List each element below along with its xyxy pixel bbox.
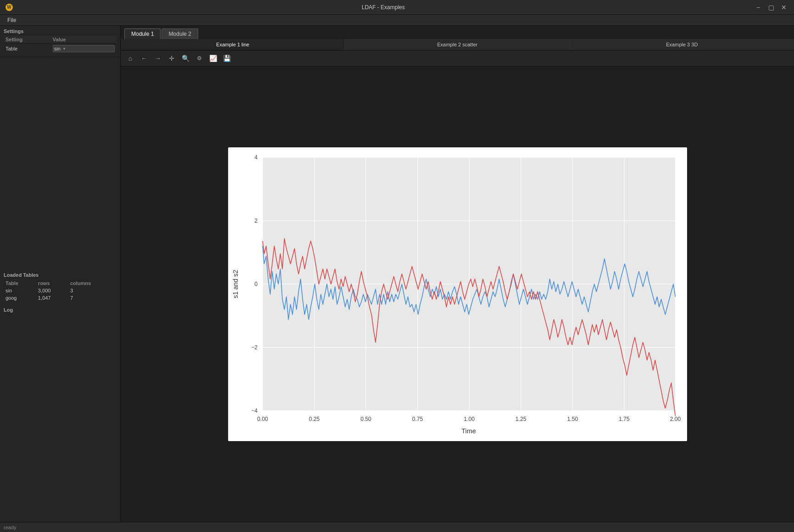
tab-module1[interactable]: Module 1 bbox=[124, 28, 161, 39]
forward-button[interactable]: → bbox=[152, 52, 164, 64]
tab-module2[interactable]: Module 2 bbox=[162, 28, 198, 39]
main-layout: Settings Setting Value Table sin ▼ bbox=[0, 26, 794, 522]
svg-text:2: 2 bbox=[254, 218, 257, 224]
menu-bar: File bbox=[0, 15, 794, 26]
dropdown-arrow-icon: ▼ bbox=[62, 47, 66, 51]
svg-text:0.25: 0.25 bbox=[308, 416, 319, 422]
title-bar: W LDAF - Examples − ▢ ✕ bbox=[0, 0, 794, 15]
example-tabs: Example 1 line Example 2 scatter Example… bbox=[121, 39, 794, 50]
restore-button[interactable]: ▢ bbox=[766, 3, 776, 12]
plot-container: −4 −2 0 2 4 0.00 0.25 0.50 0.75 1.00 1.2… bbox=[228, 147, 687, 441]
sidebar: Settings Setting Value Table sin ▼ bbox=[0, 26, 121, 522]
svg-text:−2: −2 bbox=[251, 344, 257, 351]
tab-example1[interactable]: Example 1 line bbox=[121, 39, 345, 50]
minimize-button[interactable]: − bbox=[754, 3, 763, 12]
svg-text:1.00: 1.00 bbox=[464, 416, 475, 422]
tab-example2[interactable]: Example 2 scatter bbox=[345, 39, 570, 50]
svg-text:0.75: 0.75 bbox=[412, 416, 423, 422]
svg-text:2.00: 2.00 bbox=[670, 416, 681, 422]
loaded-tables-section: Loaded Tables Table rows columns sin 3,0… bbox=[0, 269, 120, 304]
svg-text:4: 4 bbox=[254, 154, 257, 161]
log-section: Log bbox=[0, 304, 120, 522]
edit-curves-button[interactable]: 📈 bbox=[207, 52, 219, 64]
configure-button[interactable]: ⚙ bbox=[193, 52, 205, 64]
svg-text:1.75: 1.75 bbox=[619, 416, 630, 422]
table-name: sin bbox=[4, 287, 36, 294]
log-title: Log bbox=[4, 307, 117, 313]
save-button[interactable]: 💾 bbox=[221, 52, 233, 64]
close-button[interactable]: ✕ bbox=[779, 3, 788, 12]
settings-title: Settings bbox=[4, 28, 117, 34]
plot-toolbar: ⌂ ← → ✛ 🔍 ⚙ 📈 💾 bbox=[121, 50, 794, 67]
settings-col-value: Value bbox=[51, 36, 117, 44]
col-table: Table bbox=[4, 280, 36, 287]
table-name: goog bbox=[4, 294, 36, 302]
svg-text:1.25: 1.25 bbox=[515, 416, 526, 422]
back-button[interactable]: ← bbox=[138, 52, 150, 64]
table-row: sin 3,000 3 bbox=[4, 287, 117, 294]
loaded-tables-table: Table rows columns sin 3,000 3 goog 1,04… bbox=[4, 280, 117, 302]
plot-area: −4 −2 0 2 4 0.00 0.25 0.50 0.75 1.00 1.2… bbox=[121, 67, 794, 522]
module-tabs: Module 1 Module 2 bbox=[121, 26, 794, 39]
table-row: goog 1,047 7 bbox=[4, 294, 117, 302]
svg-text:1.50: 1.50 bbox=[567, 416, 578, 422]
svg-text:Time: Time bbox=[461, 427, 475, 435]
svg-text:−4: −4 bbox=[251, 408, 257, 414]
col-columns: columns bbox=[68, 280, 117, 287]
svg-text:0.00: 0.00 bbox=[257, 416, 268, 422]
app-icon: W bbox=[6, 4, 13, 11]
status-text: ready bbox=[4, 525, 17, 530]
status-bar: ready bbox=[0, 522, 794, 532]
settings-label-table: Table bbox=[4, 44, 51, 54]
plot-svg: −4 −2 0 2 4 0.00 0.25 0.50 0.75 1.00 1.2… bbox=[228, 147, 687, 441]
loaded-tables-title: Loaded Tables bbox=[4, 272, 117, 278]
svg-text:0: 0 bbox=[254, 281, 257, 287]
table-columns: 3 bbox=[68, 287, 117, 294]
window-controls: − ▢ ✕ bbox=[754, 3, 788, 12]
settings-section: Settings Setting Value Table sin ▼ bbox=[0, 26, 120, 57]
content-area: Module 1 Module 2 Example 1 line Example… bbox=[121, 26, 794, 522]
table-dropdown-value: sin bbox=[54, 46, 61, 51]
settings-col-setting: Setting bbox=[4, 36, 51, 44]
table-rows: 3,000 bbox=[36, 287, 68, 294]
table-rows: 1,047 bbox=[36, 294, 68, 302]
table-dropdown[interactable]: sin ▼ bbox=[53, 45, 115, 52]
home-button[interactable]: ⌂ bbox=[124, 52, 136, 64]
menu-file[interactable]: File bbox=[4, 16, 20, 24]
zoom-button[interactable]: 🔍 bbox=[179, 52, 191, 64]
pan-button[interactable]: ✛ bbox=[166, 52, 178, 64]
svg-text:s1 and s2: s1 and s2 bbox=[232, 270, 239, 298]
svg-text:0.50: 0.50 bbox=[360, 416, 371, 422]
settings-row-table: Table sin ▼ bbox=[4, 44, 117, 54]
table-columns: 7 bbox=[68, 294, 117, 302]
tab-example3[interactable]: Example 3 3D bbox=[570, 39, 794, 50]
settings-table: Setting Value Table sin ▼ bbox=[4, 36, 117, 54]
col-rows: rows bbox=[36, 280, 68, 287]
window-title: LDAF - Examples bbox=[362, 4, 405, 11]
sidebar-spacer bbox=[0, 57, 120, 269]
